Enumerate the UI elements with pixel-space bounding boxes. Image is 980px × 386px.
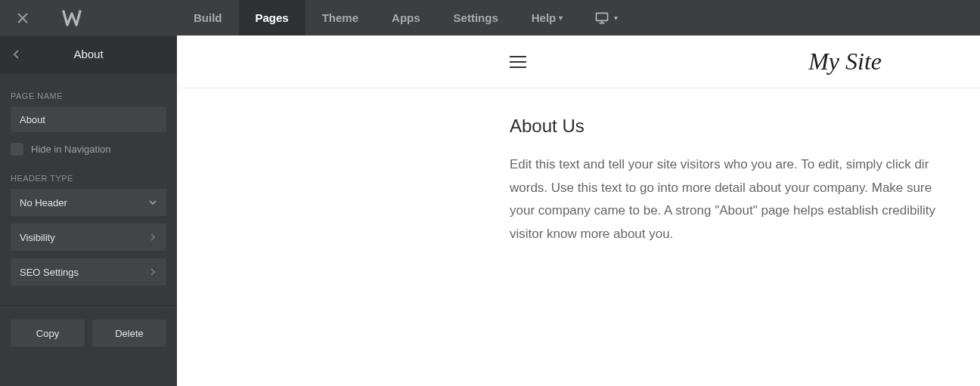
preview-header: My Site — [177, 36, 980, 88]
visibility-label: Visibility — [20, 232, 55, 243]
chevron-right-icon — [148, 267, 157, 276]
sidebar: About PAGE NAME Hide in Navigation HEADE… — [0, 36, 177, 386]
hamburger-icon — [510, 56, 526, 57]
close-button[interactable] — [0, 0, 45, 36]
delete-button[interactable]: Delete — [92, 320, 166, 347]
nav-build[interactable]: Build — [177, 0, 239, 36]
hide-in-nav-label: Hide in Navigation — [31, 144, 111, 155]
hamburger-menu[interactable] — [510, 56, 526, 68]
page-name-input[interactable] — [11, 107, 166, 132]
caret-down-icon: ▾ — [614, 14, 618, 22]
header-type-select[interactable]: No Header — [11, 189, 166, 216]
back-button[interactable] — [0, 36, 33, 73]
checkbox-icon — [11, 143, 23, 156]
chevron-down-icon — [148, 198, 157, 207]
chevron-right-icon — [148, 233, 157, 242]
caret-down-icon: ▾ — [559, 14, 563, 22]
monitor-icon — [594, 11, 609, 26]
logo-icon — [62, 10, 82, 26]
chevron-left-icon — [11, 49, 22, 60]
svg-rect-0 — [597, 13, 608, 20]
header-type-label: HEADER TYPE — [11, 174, 166, 183]
divider — [0, 305, 177, 306]
seo-settings-label: SEO Settings — [20, 267, 79, 278]
copy-button[interactable]: Copy — [11, 320, 85, 347]
nav-pages[interactable]: Pages — [239, 0, 305, 36]
nav-apps[interactable]: Apps — [375, 0, 437, 36]
page-name-label: PAGE NAME — [11, 91, 166, 100]
seo-settings-row[interactable]: SEO Settings — [11, 258, 166, 286]
site-preview: My Site About Us Edit this text and tell… — [177, 36, 980, 386]
close-icon — [17, 12, 29, 24]
nav-help[interactable]: Help▾ — [515, 0, 580, 36]
weebly-logo[interactable] — [45, 0, 98, 36]
hide-in-nav-checkbox[interactable]: Hide in Navigation — [11, 143, 166, 156]
site-title[interactable]: My Site — [808, 48, 882, 76]
visibility-row[interactable]: Visibility — [11, 224, 166, 251]
top-toolbar: Build Pages Theme Apps Settings Help▾ ▾ — [0, 0, 980, 36]
top-nav: Build Pages Theme Apps Settings Help▾ — [177, 0, 579, 36]
nav-settings[interactable]: Settings — [437, 0, 515, 36]
header-type-value: No Header — [20, 197, 67, 208]
about-body-text[interactable]: Edit this text and tell your site visito… — [510, 153, 980, 245]
about-heading[interactable]: About Us — [510, 116, 980, 137]
device-preview-toggle[interactable]: ▾ — [579, 0, 633, 36]
sidebar-header: About — [0, 36, 177, 73]
nav-theme[interactable]: Theme — [305, 0, 375, 36]
